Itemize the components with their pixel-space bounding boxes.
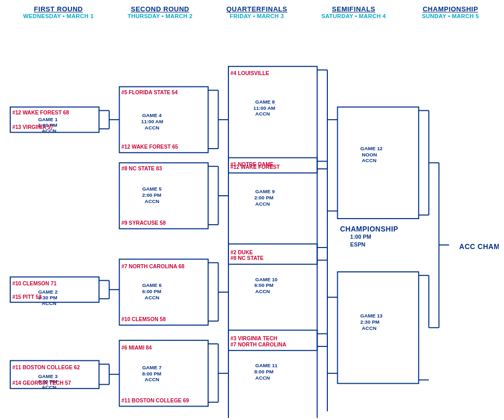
svg-text:GAME 10: GAME 10 [255, 277, 278, 282]
first-round-date: WEDNESDAY • MARCH 1 [5, 13, 112, 19]
svg-text:ACCN: ACCN [145, 198, 159, 204]
svg-text:GAME 7: GAME 7 [142, 365, 162, 370]
svg-text:#3 VIRGINIA TECH: #3 VIRGINIA TECH [231, 336, 277, 341]
svg-text:ACCN: ACCN [145, 295, 159, 300]
svg-text:GAME 13: GAME 13 [361, 313, 383, 318]
svg-text:GAME 11: GAME 11 [255, 363, 278, 368]
svg-rect-80 [10, 360, 99, 388]
svg-text:#8 NC STATE 83: #8 NC STATE 83 [121, 166, 162, 171]
svg-rect-114 [338, 272, 419, 383]
svg-rect-10 [119, 86, 208, 152]
round-header-first: FIRST ROUND WEDNESDAY • MARCH 1 [5, 5, 112, 19]
svg-text:ACCN: ACCN [42, 384, 56, 390]
svg-text:6:00 PM: 6:00 PM [254, 282, 273, 288]
svg-text:#5 FLORIDA STATE 54: #5 FLORIDA STATE 54 [121, 90, 178, 95]
svg-text:ACCN: ACCN [255, 201, 270, 207]
svg-text:CHAMPIONSHIP: CHAMPIONSHIP [340, 225, 398, 233]
qf-round-date: FRIDAY • MARCH 3 [208, 13, 305, 19]
qf-round-name: QUARTERFINALS [208, 5, 305, 13]
svg-text:#12 WAKE FOREST 65: #12 WAKE FOREST 65 [121, 144, 178, 150]
svg-text:2:00 PM: 2:00 PM [254, 195, 273, 200]
svg-text:#7 NORTH CAROLINA: #7 NORTH CAROLINA [231, 342, 286, 347]
svg-text:11:00 AM: 11:00 AM [253, 105, 276, 111]
svg-text:#11 BOSTON COLLEGE 69: #11 BOSTON COLLEGE 69 [121, 398, 189, 403]
svg-rect-54 [10, 277, 99, 302]
first-round-name: FIRST ROUND [5, 5, 112, 13]
svg-rect-0 [10, 107, 99, 133]
svg-text:ACCN: ACCN [145, 377, 159, 383]
svg-text:ESPN: ESPN [350, 241, 366, 248]
svg-text:#2 DUKE: #2 DUKE [231, 250, 253, 255]
svg-text:ACC CHAMPION: ACC CHAMPION [459, 243, 499, 251]
svg-text:2:00 PM: 2:00 PM [142, 192, 161, 198]
svg-text:GAME 1: GAME 1 [38, 117, 58, 122]
rounds-header: FIRST ROUND WEDNESDAY • MARCH 1 SECOND R… [5, 5, 499, 19]
svg-text:#4 LOUISVILLE: #4 LOUISVILLE [231, 70, 269, 76]
svg-text:GAME 4: GAME 4 [142, 112, 162, 118]
second-round-name: SECOND ROUND [112, 5, 209, 13]
svg-text:#8 NC STATE: #8 NC STATE [231, 255, 264, 261]
svg-text:#13 VIRGINIA 57: #13 VIRGINIA 57 [12, 124, 54, 130]
round-header-champ: CHAMPIONSHIP SUNDAY • MARCH 5 [402, 5, 499, 19]
sf-round-date: SATURDAY • MARCH 4 [305, 13, 402, 19]
svg-rect-90 [119, 340, 208, 406]
svg-text:#10 CLEMSON 58: #10 CLEMSON 58 [121, 316, 166, 322]
bracket-lines: #12 WAKE FOREST 68 GAME 1 1:00 PM ACCN #… [5, 24, 499, 418]
svg-text:GAME 3: GAME 3 [38, 373, 58, 379]
svg-text:#12 WAKE FOREST 68: #12 WAKE FOREST 68 [12, 110, 69, 115]
svg-text:GAME 9: GAME 9 [255, 189, 275, 194]
champ-round-date: SUNDAY • MARCH 5 [402, 13, 499, 19]
round-header-qf: QUARTERFINALS FRIDAY • MARCH 3 [208, 5, 305, 19]
svg-text:ACCN: ACCN [255, 111, 270, 117]
svg-text:1:00 PM: 1:00 PM [38, 122, 57, 128]
svg-text:8:00 PM: 8:00 PM [142, 371, 161, 376]
svg-text:#11 BOSTON COLLEGE 62: #11 BOSTON COLLEGE 62 [12, 365, 80, 370]
svg-text:2:30 PM: 2:30 PM [361, 319, 380, 325]
svg-text:#9 SYRACUSE 58: #9 SYRACUSE 58 [121, 220, 166, 226]
svg-rect-74 [228, 244, 317, 351]
svg-rect-26 [119, 163, 208, 228]
svg-text:11:00 AM: 11:00 AM [141, 119, 163, 124]
svg-rect-20 [228, 66, 317, 173]
svg-text:6:00 PM: 6:00 PM [142, 288, 161, 294]
svg-text:1:00 PM: 1:00 PM [350, 234, 371, 240]
svg-rect-64 [119, 259, 208, 325]
svg-text:#1 NOTRE DAME: #1 NOTRE DAME [231, 162, 273, 167]
champ-round-name: CHAMPIONSHIP [402, 5, 499, 13]
svg-text:#12 WAKE FOREST: #12 WAKE FOREST [231, 164, 280, 170]
svg-text:#7 NORTH CAROLINA 68: #7 NORTH CAROLINA 68 [121, 264, 184, 269]
second-round-date: THURSDAY • MARCH 2 [112, 13, 209, 19]
svg-text:ACCN: ACCN [362, 325, 377, 331]
svg-text:#14 GEORGIA TECH 57: #14 GEORGIA TECH 57 [12, 380, 71, 386]
svg-text:GAME 12: GAME 12 [361, 146, 383, 151]
svg-text:GAME 2: GAME 2 [38, 289, 58, 295]
svg-rect-36 [228, 158, 317, 265]
svg-rect-100 [228, 330, 317, 418]
svg-text:ACCN: ACCN [362, 157, 377, 163]
sf-round-name: SEMIFINALS [305, 5, 402, 13]
svg-text:NOON: NOON [362, 152, 377, 157]
round-header-second: SECOND ROUND THURSDAY • MARCH 2 [112, 5, 209, 19]
svg-text:6:30 PM: 6:30 PM [38, 379, 57, 384]
svg-text:ACCN: ACCN [42, 128, 56, 134]
svg-text:GAME 6: GAME 6 [142, 282, 162, 288]
svg-text:ACCN: ACCN [145, 125, 159, 131]
svg-rect-50 [338, 107, 419, 219]
svg-text:GAME 5: GAME 5 [142, 186, 162, 192]
round-header-sf: SEMIFINALS SATURDAY • MARCH 4 [305, 5, 402, 19]
svg-text:#10 CLEMSON 71: #10 CLEMSON 71 [12, 281, 57, 286]
svg-text:ACCN: ACCN [255, 375, 270, 381]
svg-text:ACCN: ACCN [255, 288, 270, 294]
svg-text:3:30 PM: 3:30 PM [38, 295, 57, 300]
bracket-container: FIRST ROUND WEDNESDAY • MARCH 1 SECOND R… [0, 0, 504, 420]
svg-text:#15 PITT 53: #15 PITT 53 [12, 294, 42, 300]
svg-text:#6 MIAMI 84: #6 MIAMI 84 [121, 345, 152, 351]
svg-text:GAME 8: GAME 8 [255, 99, 275, 105]
svg-text:ACCN: ACCN [42, 300, 56, 306]
bracket-area: #12 WAKE FOREST 68 GAME 1 1:00 PM ACCN #… [5, 24, 499, 418]
svg-text:8:00 PM: 8:00 PM [254, 369, 273, 374]
